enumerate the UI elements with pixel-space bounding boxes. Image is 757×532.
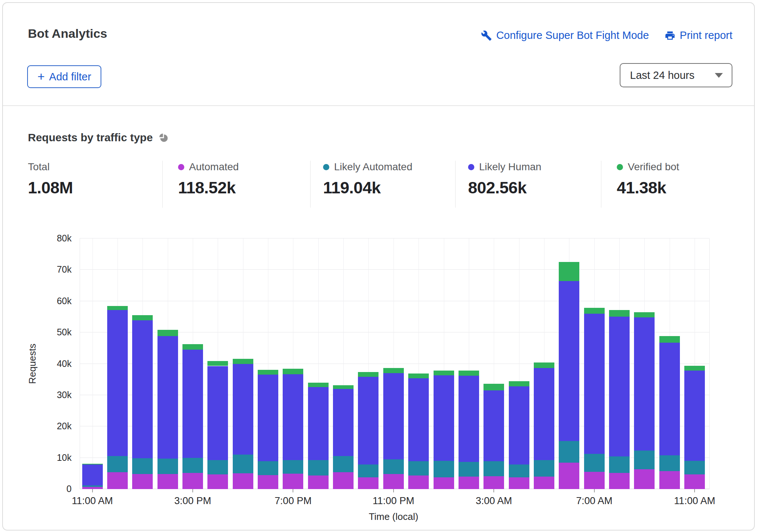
bar-segment-verified-bot[interactable] [483, 384, 504, 390]
bar-segment-likely-human[interactable] [207, 366, 228, 460]
bar-segment-verified-bot[interactable] [233, 359, 253, 364]
bar-segment-likely-automated[interactable] [182, 458, 203, 473]
bar-segment-verified-bot[interactable] [283, 369, 303, 374]
bar-segment-verified-bot[interactable] [534, 362, 554, 368]
bar-segment-automated[interactable] [408, 475, 429, 489]
bar-segment-likely-automated[interactable] [132, 458, 153, 474]
bar-segment-automated[interactable] [258, 475, 278, 489]
bar-segment-verified-bot[interactable] [308, 383, 329, 387]
bar-segment-automated[interactable] [584, 472, 605, 489]
bar-segment-verified-bot[interactable] [609, 310, 630, 317]
print-report-link[interactable]: Print report [664, 29, 732, 41]
bar-segment-likely-human[interactable] [82, 464, 103, 485]
bar-segment-likely-human[interactable] [383, 373, 404, 459]
bar-segment-verified-bot[interactable] [182, 344, 203, 350]
bar-segment-likely-automated[interactable] [584, 454, 605, 472]
bar-segment-likely-human[interactable] [333, 389, 354, 456]
bar-segment-verified-bot[interactable] [207, 361, 228, 366]
bar-segment-verified-bot[interactable] [132, 315, 153, 320]
bar-segment-verified-bot[interactable] [559, 262, 579, 281]
bar-segment-likely-automated[interactable] [358, 464, 378, 478]
bar-segment-likely-automated[interactable] [283, 460, 303, 474]
bar-segment-likely-human[interactable] [408, 378, 429, 461]
bar-segment-likely-automated[interactable] [434, 461, 454, 477]
bar-segment-verified-bot[interactable] [82, 464, 103, 465]
bar-segment-likely-human[interactable] [684, 371, 705, 461]
bar-segment-likely-automated[interactable] [534, 460, 554, 477]
bar-segment-likely-human[interactable] [283, 374, 303, 460]
bar-segment-likely-human[interactable] [459, 376, 479, 462]
bar-segment-verified-bot[interactable] [684, 366, 705, 371]
bar-segment-likely-human[interactable] [107, 310, 128, 456]
bar-segment-likely-human[interactable] [659, 343, 680, 455]
bar-segment-automated[interactable] [358, 477, 378, 489]
bar-segment-automated[interactable] [383, 474, 404, 489]
bar-segment-likely-human[interactable] [509, 386, 529, 464]
bar-segment-likely-human[interactable] [182, 350, 203, 458]
bar-segment-verified-bot[interactable] [459, 371, 479, 376]
bar-segment-likely-human[interactable] [559, 281, 579, 441]
bar-segment-verified-bot[interactable] [358, 372, 378, 377]
bar-segment-likely-automated[interactable] [82, 485, 103, 487]
bar-segment-likely-automated[interactable] [684, 461, 705, 474]
bar-segment-likely-human[interactable] [233, 364, 253, 455]
bar-segment-verified-bot[interactable] [408, 374, 429, 378]
bar-segment-automated[interactable] [333, 472, 354, 489]
bar-segment-verified-bot[interactable] [333, 385, 354, 389]
bar-segment-likely-human[interactable] [534, 368, 554, 460]
bar-segment-verified-bot[interactable] [584, 308, 605, 314]
bar-segment-automated[interactable] [157, 474, 178, 489]
bar-segment-likely-human[interactable] [132, 320, 153, 459]
bar-segment-verified-bot[interactable] [107, 306, 128, 310]
bar-segment-likely-automated[interactable] [509, 464, 529, 477]
bar-segment-automated[interactable] [107, 472, 128, 489]
bar-segment-likely-human[interactable] [634, 317, 655, 451]
bar-segment-likely-automated[interactable] [383, 459, 404, 474]
bar-segment-likely-automated[interactable] [483, 461, 504, 476]
bar-segment-likely-human[interactable] [584, 314, 605, 454]
bar-segment-likely-automated[interactable] [459, 462, 479, 477]
bar-segment-automated[interactable] [132, 474, 153, 489]
bar-segment-likely-automated[interactable] [258, 461, 278, 475]
bar-segment-likely-automated[interactable] [107, 456, 128, 472]
bar-segment-automated[interactable] [233, 473, 253, 489]
add-filter-button[interactable]: + Add filter [27, 65, 101, 88]
bar-segment-likely-automated[interactable] [308, 460, 329, 475]
bar-segment-likely-automated[interactable] [559, 441, 579, 463]
bar-segment-automated[interactable] [207, 474, 228, 489]
bar-segment-automated[interactable] [659, 471, 680, 489]
bar-segment-automated[interactable] [434, 477, 454, 489]
bar-segment-verified-bot[interactable] [157, 330, 178, 336]
bar-segment-likely-human[interactable] [358, 377, 378, 464]
bar-segment-likely-automated[interactable] [207, 460, 228, 474]
bar-segment-likely-human[interactable] [434, 375, 454, 461]
bar-segment-automated[interactable] [559, 463, 579, 489]
bar-segment-likely-automated[interactable] [659, 455, 680, 471]
bar-segment-likely-automated[interactable] [157, 459, 178, 474]
bar-segment-automated[interactable] [483, 476, 504, 489]
bar-segment-likely-human[interactable] [483, 390, 504, 461]
bar-segment-likely-human[interactable] [157, 336, 178, 459]
bar-segment-automated[interactable] [509, 477, 529, 489]
bar-segment-likely-human[interactable] [258, 375, 278, 461]
bar-segment-verified-bot[interactable] [509, 381, 529, 386]
bar-segment-automated[interactable] [459, 477, 479, 489]
bar-segment-likely-human[interactable] [308, 387, 329, 460]
bar-segment-likely-automated[interactable] [408, 461, 429, 475]
bar-segment-likely-automated[interactable] [333, 456, 354, 472]
bar-segment-automated[interactable] [684, 474, 705, 489]
bar-segment-likely-human[interactable] [609, 317, 630, 457]
bar-segment-automated[interactable] [634, 469, 655, 489]
bar-segment-likely-automated[interactable] [634, 451, 655, 469]
bar-segment-likely-automated[interactable] [233, 455, 253, 473]
bar-segment-automated[interactable] [182, 473, 203, 489]
bar-segment-automated[interactable] [283, 474, 303, 489]
bar-segment-verified-bot[interactable] [434, 371, 454, 375]
bar-segment-automated[interactable] [534, 477, 554, 489]
bar-segment-automated[interactable] [308, 475, 329, 489]
configure-super-bot-fight-mode-link[interactable]: Configure Super Bot Fight Mode [481, 29, 649, 41]
bar-segment-verified-bot[interactable] [258, 370, 278, 375]
bar-segment-verified-bot[interactable] [659, 336, 680, 343]
bar-segment-verified-bot[interactable] [634, 312, 655, 318]
bar-segment-likely-automated[interactable] [609, 456, 630, 473]
